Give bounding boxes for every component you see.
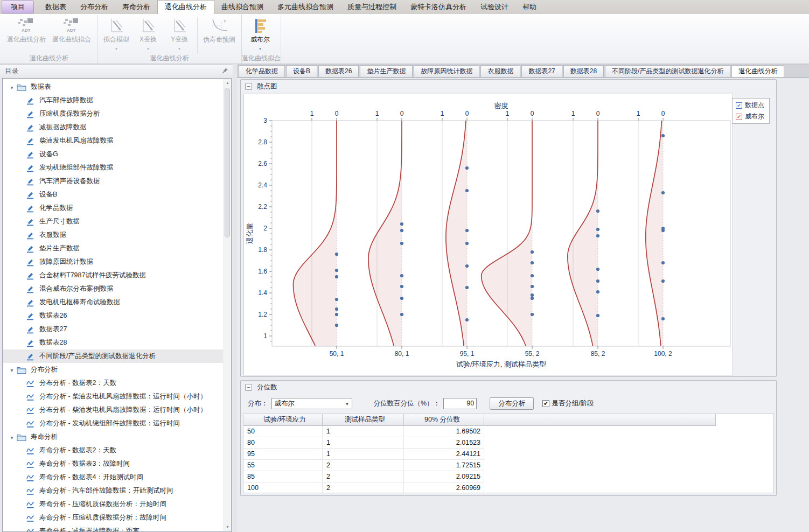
expand-arrow-icon[interactable] [8,83,16,91]
tree-item-label: 数据表26 [39,311,67,320]
tree-item-label: 分布分析 - 数据表2：天数 [39,379,116,388]
tree-item-24[interactable]: 分布分析 - 柴油发电机风扇故障数据：运行时间（小时） [3,403,223,417]
table-row[interactable]: 10022.60969 [243,482,773,493]
svg-text:1: 1 [441,110,444,117]
tree-item-1[interactable]: 汽车部件故障数据 [3,94,223,107]
scroll-up-icon[interactable] [224,79,231,87]
scroll-down-icon[interactable] [224,523,231,531]
tree-item-6[interactable]: 发动机绕组部件故障数据 [3,161,223,174]
tree-item-32[interactable]: 寿命分析 - 压缩机质保数据分析：故障时间 [3,511,223,524]
ribbon-button-1-2[interactable]: Y变换 [164,16,195,54]
ribbon-button-1-0[interactable]: 拟合模型 [100,16,132,54]
tree-item-10[interactable]: 生产尺寸数据 [3,215,223,228]
menu-tab-2[interactable]: 分布分析 [73,0,115,14]
distribution-select[interactable]: 威布尔 [271,398,352,409]
ribbon-button-2-0[interactable]: 威布尔 [245,16,276,54]
analysis-icon [25,406,36,415]
tree-item-label: 柴油发电机风扇故障数据 [39,136,114,145]
sidebar-splitter[interactable] [233,64,237,532]
tree-item-22[interactable]: 分布分析 - 数据表2：天数 [3,376,223,390]
doc-tab-8[interactable]: 不同阶段/产品类型的测试数据退化分析 [605,65,730,77]
table-row[interactable]: 5011.69502 [243,426,773,437]
doc-tab-3[interactable]: 垫片生产数据 [360,65,413,77]
expand-arrow-icon[interactable] [8,433,16,441]
doc-tab-4[interactable]: 故障原因统计数据 [414,65,479,77]
table-row[interactable]: 9512.44121 [243,449,773,460]
tree-item-2[interactable]: 压缩机质保数据分析 [3,107,223,121]
menu-tab-4[interactable]: 退化曲线分析 [157,0,214,14]
tree-item-29[interactable]: 寿命分析 - 数据表4：开始测试时间 [3,471,223,484]
scatter-plot-panel: 散点图 11.21.41.61.822.22.42.62.831050, 110… [240,79,777,377]
collapse-icon[interactable] [245,384,252,391]
menu-tab-6[interactable]: 多元曲线拟合预测 [270,0,340,14]
table-row[interactable]: 8522.09215 [243,471,773,482]
tree-item-label: 汽车部件故障数据 [39,96,93,105]
doc-tab-0[interactable]: 化学品数据 [239,65,285,77]
tree-item-4[interactable]: 柴油发电机风扇故障数据 [3,134,223,148]
tree-item-5[interactable]: 设备G [3,148,223,161]
tree-item-15[interactable]: 混合威布尔分布案例数据 [3,282,223,296]
expand-arrow-icon[interactable] [8,366,16,374]
tree-item-11[interactable]: 衣服数据 [3,228,223,242]
menu-tab-5[interactable]: 曲线拟合预测 [214,0,270,14]
menu-bar: 项目数据表分布分析寿命分析退化曲线分析曲线拟合预测多元曲线拟合预测质量与过程控制… [0,0,809,14]
table-cell: 50 [243,426,323,437]
tree-item-27[interactable]: 寿命分析 - 数据表2：天数 [3,444,223,457]
collapse-icon[interactable] [245,83,252,90]
tree-item-33[interactable]: 寿命分析 - 减振器故障数据：距离 [3,524,223,531]
ribbon-button-0-1[interactable]: ADT退化曲线拟合 [49,16,94,54]
distribution-analysis-button[interactable]: 分布分析 [490,397,534,410]
pin-icon[interactable] [222,67,228,75]
tree-rows: 数据表汽车部件故障数据压缩机质保数据分析减振器故障数据柴油发电机风扇故障数据设备… [3,80,223,531]
menu-tab-7[interactable]: 质量与过程控制 [340,0,403,14]
table-row[interactable]: 8012.01523 [243,437,773,449]
legend-checkbox[interactable] [736,114,742,120]
menu-tab-3[interactable]: 寿命分析 [115,0,157,14]
scrollbar-thumb[interactable] [225,88,230,237]
menu-tab-8[interactable]: 蒙特卡洛仿真分析 [403,0,473,14]
tree-item-21[interactable]: 分布分析 [3,363,223,376]
svg-text:2.6: 2.6 [258,160,267,167]
doc-tab-1[interactable]: 设备B [286,65,317,77]
tree-item-25[interactable]: 分布分析 - 发动机绕组部件故障数据：运行时间 [3,417,223,430]
tree-item-7[interactable]: 汽车消声器设备数据 [3,174,223,188]
menu-tab-1[interactable]: 数据表 [38,0,73,14]
percentile-input[interactable] [443,398,477,409]
tree-item-28[interactable]: 寿命分析 - 数据表3：故障时间 [3,457,223,471]
tree-item-20[interactable]: 不同阶段/产品类型的测试数据退化分析 [3,349,223,363]
doc-tab-9[interactable]: 退化曲线分析 [731,65,784,77]
tree-item-12[interactable]: 垫片生产数据 [3,242,223,255]
menu-tab-0[interactable]: 项目 [2,1,34,13]
ribbon-button-1-4[interactable]: T伪寿命预测 [200,16,239,54]
tree-item-19[interactable]: 数据表28 [3,336,223,349]
table-row[interactable]: 5521.72515 [243,460,773,471]
tree-item-9[interactable]: 化学品数据 [3,201,223,215]
tree-item-31[interactable]: 寿命分析 - 压缩机质保数据分析：开始时间 [3,498,223,511]
tree-item-16[interactable]: 发电机电枢棒寿命试验数据 [3,296,223,309]
group-stage-checkbox[interactable] [542,400,549,407]
ribbon-button-1-1[interactable]: X变换 [132,16,164,54]
tree-item-13[interactable]: 故障原因统计数据 [3,255,223,269]
menu-tab-9[interactable]: 试验设计 [473,0,515,14]
tree-item-23[interactable]: 分布分析 - 柴油发电机风扇故障数据：运行时间（小时） [3,390,223,403]
tree-item-label: 减振器故障数据 [39,123,87,132]
table-cell: 100 [243,482,323,493]
doc-tab-6[interactable]: 数据表27 [521,65,562,77]
ribbon-button-0-0[interactable]: ADT退化曲线分析 [4,16,49,54]
tree-item-14[interactable]: 合金材料T7987试样件疲劳试验数据 [3,269,223,282]
doc-tab-7[interactable]: 数据表28 [563,65,604,77]
tree-item-17[interactable]: 数据表26 [3,309,223,323]
tree-item-30[interactable]: 寿命分析 - 汽车部件故障数据：开始测试时间 [3,484,223,498]
table-cell: 2 [323,471,404,482]
tree-item-8[interactable]: 设备B [3,188,223,201]
doc-tab-5[interactable]: 衣服数据 [480,65,520,77]
tree-item-3[interactable]: 减振器故障数据 [3,121,223,134]
sidebar-scrollbar[interactable] [224,79,231,531]
doc-tab-2[interactable]: 数据表26 [318,65,359,77]
legend-checkbox[interactable] [736,102,742,109]
legend-item-0: 数据点 [736,101,764,110]
tree-item-0[interactable]: 数据表 [3,80,223,94]
menu-tab-10[interactable]: 帮助 [515,0,543,14]
tree-item-26[interactable]: 寿命分析 [3,430,223,444]
tree-item-18[interactable]: 数据表27 [3,323,223,336]
